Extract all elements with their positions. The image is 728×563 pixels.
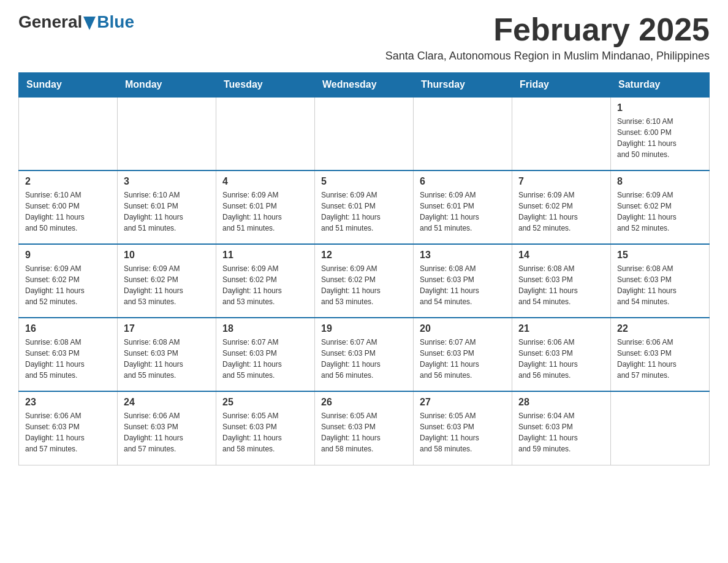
day-info: Sunrise: 6:09 AM Sunset: 6:02 PM Dayligh… [222,263,308,307]
day-info: Sunrise: 6:09 AM Sunset: 6:02 PM Dayligh… [124,263,210,307]
weekday-header-wednesday: Wednesday [315,73,414,98]
weekday-header-friday: Friday [512,73,611,98]
calendar-body: 1Sunrise: 6:10 AM Sunset: 6:00 PM Daylig… [19,97,710,465]
calendar-cell: 7Sunrise: 6:09 AM Sunset: 6:02 PM Daylig… [512,170,611,244]
day-info: Sunrise: 6:10 AM Sunset: 6:00 PM Dayligh… [25,190,111,234]
calendar-cell [216,97,315,170]
calendar-cell [414,97,512,170]
day-number: 3 [124,176,210,187]
calendar-cell [118,97,216,170]
day-number: 7 [518,176,604,187]
day-info: Sunrise: 6:09 AM Sunset: 6:02 PM Dayligh… [617,190,703,234]
logo: General Blue [18,12,134,32]
calendar-cell: 8Sunrise: 6:09 AM Sunset: 6:02 PM Daylig… [611,170,710,244]
calendar-cell: 18Sunrise: 6:07 AM Sunset: 6:03 PM Dayli… [216,318,315,391]
calendar-cell: 17Sunrise: 6:08 AM Sunset: 6:03 PM Dayli… [118,318,216,391]
day-number: 14 [518,250,604,261]
week-row-3: 16Sunrise: 6:08 AM Sunset: 6:03 PM Dayli… [19,318,710,391]
day-number: 25 [222,397,308,408]
day-number: 5 [321,176,407,187]
calendar-cell: 24Sunrise: 6:06 AM Sunset: 6:03 PM Dayli… [118,391,216,465]
calendar-table: SundayMondayTuesdayWednesdayThursdayFrid… [18,72,710,465]
weekday-header-tuesday: Tuesday [216,73,315,98]
day-info: Sunrise: 6:08 AM Sunset: 6:03 PM Dayligh… [518,263,604,307]
day-info: Sunrise: 6:08 AM Sunset: 6:03 PM Dayligh… [617,263,703,307]
weekday-header-monday: Monday [118,73,216,98]
day-info: Sunrise: 6:09 AM Sunset: 6:02 PM Dayligh… [518,190,604,234]
calendar-cell: 6Sunrise: 6:09 AM Sunset: 6:01 PM Daylig… [414,170,512,244]
day-info: Sunrise: 6:07 AM Sunset: 6:03 PM Dayligh… [420,337,506,381]
day-info: Sunrise: 6:05 AM Sunset: 6:03 PM Dayligh… [222,410,308,454]
day-info: Sunrise: 6:06 AM Sunset: 6:03 PM Dayligh… [617,337,703,381]
day-number: 16 [25,323,111,334]
day-number: 26 [321,397,407,408]
calendar-cell: 20Sunrise: 6:07 AM Sunset: 6:03 PM Dayli… [414,318,512,391]
calendar-cell: 14Sunrise: 6:08 AM Sunset: 6:03 PM Dayli… [512,244,611,318]
header-area: General Blue February 2025 Santa Clara, … [18,12,710,63]
calendar-cell: 10Sunrise: 6:09 AM Sunset: 6:02 PM Dayli… [118,244,216,318]
day-info: Sunrise: 6:09 AM Sunset: 6:01 PM Dayligh… [321,190,407,234]
day-info: Sunrise: 6:10 AM Sunset: 6:00 PM Dayligh… [617,116,703,160]
calendar-cell: 22Sunrise: 6:06 AM Sunset: 6:03 PM Dayli… [611,318,710,391]
day-number: 6 [420,176,506,187]
day-number: 9 [25,250,111,261]
day-number: 20 [420,323,506,334]
day-info: Sunrise: 6:07 AM Sunset: 6:03 PM Dayligh… [321,337,407,381]
day-info: Sunrise: 6:09 AM Sunset: 6:01 PM Dayligh… [420,190,506,234]
week-row-0: 1Sunrise: 6:10 AM Sunset: 6:00 PM Daylig… [19,97,710,170]
day-number: 1 [617,102,703,113]
calendar-cell: 2Sunrise: 6:10 AM Sunset: 6:00 PM Daylig… [19,170,118,244]
day-number: 12 [321,250,407,261]
day-number: 28 [518,397,604,408]
weekday-header-thursday: Thursday [414,73,512,98]
day-info: Sunrise: 6:08 AM Sunset: 6:03 PM Dayligh… [25,337,111,381]
calendar-cell: 12Sunrise: 6:09 AM Sunset: 6:02 PM Dayli… [315,244,414,318]
svg-marker-0 [83,17,96,30]
logo-blue-text: Blue [97,12,134,32]
day-info: Sunrise: 6:09 AM Sunset: 6:02 PM Dayligh… [321,263,407,307]
calendar-cell: 9Sunrise: 6:09 AM Sunset: 6:02 PM Daylig… [19,244,118,318]
title-area: February 2025 Santa Clara, Autonomous Re… [385,12,710,63]
day-info: Sunrise: 6:09 AM Sunset: 6:01 PM Dayligh… [222,190,308,234]
day-number: 19 [321,323,407,334]
calendar-cell: 15Sunrise: 6:08 AM Sunset: 6:03 PM Dayli… [611,244,710,318]
day-info: Sunrise: 6:09 AM Sunset: 6:02 PM Dayligh… [25,263,111,307]
calendar-cell: 19Sunrise: 6:07 AM Sunset: 6:03 PM Dayli… [315,318,414,391]
weekday-header-saturday: Saturday [611,73,710,98]
calendar-cell: 4Sunrise: 6:09 AM Sunset: 6:01 PM Daylig… [216,170,315,244]
calendar-cell: 27Sunrise: 6:05 AM Sunset: 6:03 PM Dayli… [414,391,512,465]
calendar-cell: 25Sunrise: 6:05 AM Sunset: 6:03 PM Dayli… [216,391,315,465]
day-number: 11 [222,250,308,261]
logo-arrow-icon [83,17,96,30]
day-number: 27 [420,397,506,408]
day-number: 13 [420,250,506,261]
calendar-cell: 23Sunrise: 6:06 AM Sunset: 6:03 PM Dayli… [19,391,118,465]
day-number: 21 [518,323,604,334]
calendar-cell [512,97,611,170]
day-info: Sunrise: 6:08 AM Sunset: 6:03 PM Dayligh… [124,337,210,381]
weekday-row: SundayMondayTuesdayWednesdayThursdayFrid… [19,73,710,98]
logo-top: General Blue [18,12,134,32]
day-number: 18 [222,323,308,334]
week-row-4: 23Sunrise: 6:06 AM Sunset: 6:03 PM Dayli… [19,391,710,465]
calendar-cell: 13Sunrise: 6:08 AM Sunset: 6:03 PM Dayli… [414,244,512,318]
calendar-cell: 26Sunrise: 6:05 AM Sunset: 6:03 PM Dayli… [315,391,414,465]
day-info: Sunrise: 6:04 AM Sunset: 6:03 PM Dayligh… [518,410,604,454]
logo-general-text: General [18,12,82,32]
calendar-cell: 5Sunrise: 6:09 AM Sunset: 6:01 PM Daylig… [315,170,414,244]
calendar-cell: 3Sunrise: 6:10 AM Sunset: 6:01 PM Daylig… [118,170,216,244]
day-number: 2 [25,176,111,187]
day-number: 23 [25,397,111,408]
day-number: 15 [617,250,703,261]
day-info: Sunrise: 6:07 AM Sunset: 6:03 PM Dayligh… [222,337,308,381]
day-info: Sunrise: 6:06 AM Sunset: 6:03 PM Dayligh… [518,337,604,381]
day-number: 17 [124,323,210,334]
day-info: Sunrise: 6:05 AM Sunset: 6:03 PM Dayligh… [321,410,407,454]
day-number: 10 [124,250,210,261]
week-row-2: 9Sunrise: 6:09 AM Sunset: 6:02 PM Daylig… [19,244,710,318]
calendar-header: SundayMondayTuesdayWednesdayThursdayFrid… [19,73,710,98]
week-row-1: 2Sunrise: 6:10 AM Sunset: 6:00 PM Daylig… [19,170,710,244]
calendar-cell: 28Sunrise: 6:04 AM Sunset: 6:03 PM Dayli… [512,391,611,465]
calendar-cell [611,391,710,465]
day-number: 4 [222,176,308,187]
